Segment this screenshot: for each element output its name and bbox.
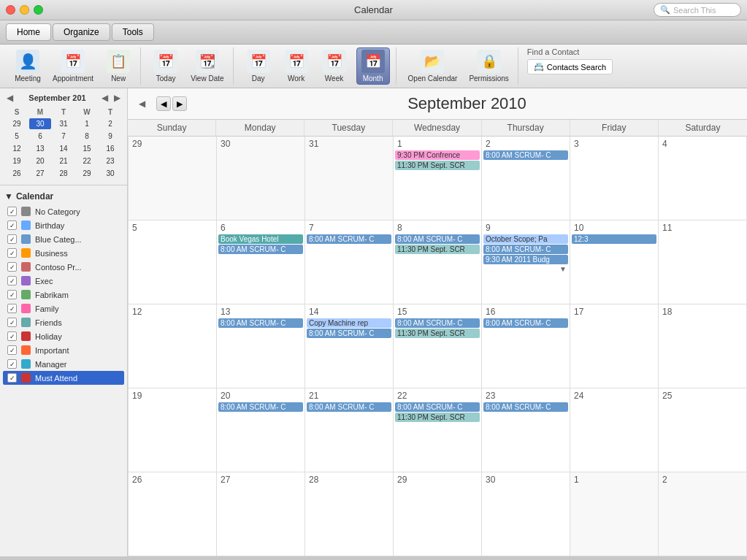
calendar-checkbox-must-attend[interactable]: ✓: [7, 373, 17, 383]
search-box[interactable]: 🔍 Search This: [654, 3, 741, 17]
week-view-button[interactable]: 📅 Week: [318, 48, 350, 84]
cal-event[interactable]: October Scope; Pa: [483, 234, 568, 244]
calendar-item-exec[interactable]: ✓Exec: [3, 274, 124, 288]
cal-event[interactable]: 12:3: [572, 234, 656, 244]
calendar-item-contoso-pr[interactable]: ✓Contoso Pr...: [3, 260, 124, 274]
cal-event[interactable]: 8:00 AM SCRUM- C: [218, 245, 303, 254]
cal-cell[interactable]: 17: [570, 304, 659, 388]
cal-cell[interactable]: 1012:3: [570, 220, 659, 304]
cal-event[interactable]: Book Vegas Hotel: [218, 234, 303, 244]
calendar-checkbox-fabrikam[interactable]: ✓: [7, 290, 17, 299]
calendar-checkbox-friends[interactable]: ✓: [7, 318, 17, 327]
calendar-checkbox-contoso-pr[interactable]: ✓: [7, 262, 17, 272]
cal-cell[interactable]: 3: [570, 137, 659, 220]
permissions-button[interactable]: 🔒 Permissions: [466, 48, 511, 84]
open-calendar-button[interactable]: 📂 Open Calendar: [405, 48, 461, 84]
day-view-button[interactable]: 📅 Day: [242, 48, 275, 84]
cal-event[interactable]: 8:00 AM SCRUM- C: [395, 234, 480, 244]
mini-cal-day[interactable]: 20: [29, 156, 51, 166]
cal-cell[interactable]: 14Copy Machine rep8:00 AM SCRUM- C: [305, 304, 394, 388]
more-events-indicator[interactable]: ▼: [483, 265, 568, 273]
mini-cal-day[interactable]: 31: [53, 118, 74, 129]
cal-cell[interactable]: 19:30 PM Confrence11:30 PM Sept. SCR: [394, 137, 482, 220]
appointment-button[interactable]: 📅 Appointment: [50, 48, 96, 84]
mini-prev2-button[interactable]: ◀: [99, 93, 110, 103]
cal-cell[interactable]: 31: [305, 137, 394, 220]
cal-event[interactable]: 8:00 AM SCRUM- C: [483, 150, 568, 160]
cal-event[interactable]: 8:00 AM SCRUM- C: [307, 329, 391, 338]
calendar-item-family[interactable]: ✓Family: [3, 302, 124, 315]
close-button[interactable]: [6, 5, 15, 15]
calendar-checkbox-important[interactable]: ✓: [7, 345, 17, 355]
calendar-item-business[interactable]: ✓Business: [3, 246, 124, 260]
cal-cell[interactable]: 88:00 AM SCRUM- C11:30 PM Sept. SCR: [394, 220, 482, 304]
cal-event[interactable]: 11:30 PM Sept. SCR: [395, 329, 480, 338]
mini-cal-day[interactable]: 15: [76, 143, 98, 154]
cal-cell[interactable]: 78:00 AM SCRUM- C: [305, 220, 394, 304]
cal-cell[interactable]: 2: [659, 472, 747, 556]
cal-cell[interactable]: 9October Scope; Pa8:00 AM SCRUM- C9:30 A…: [482, 220, 570, 304]
calendar-item-no-category[interactable]: ✓No Category: [3, 204, 124, 218]
cal-event[interactable]: 8:00 AM SCRUM- C: [307, 402, 391, 412]
new-button[interactable]: 📋 New: [102, 48, 134, 84]
cal-cell[interactable]: 27: [217, 472, 305, 556]
cal-cell[interactable]: 6Book Vegas Hotel8:00 AM SCRUM- C: [217, 220, 305, 304]
cal-cell[interactable]: 30: [217, 137, 305, 220]
cal-cell[interactable]: 19: [129, 388, 217, 472]
cal-event[interactable]: 8:00 AM SCRUM- C: [483, 402, 568, 412]
mini-cal-day[interactable]: 6: [29, 131, 51, 142]
calendar-checkbox-blue-category[interactable]: ✓: [7, 234, 17, 244]
mini-cal-day[interactable]: 7: [53, 131, 74, 142]
calendar-item-blue-category[interactable]: ✓Blue Categ...: [3, 232, 124, 246]
mini-cal-day[interactable]: 14: [53, 143, 74, 154]
mini-cal-day[interactable]: 19: [6, 156, 28, 166]
calendar-item-fabrikam[interactable]: ✓Fabrikam: [3, 288, 124, 302]
cal-cell[interactable]: 29: [394, 472, 482, 556]
calendar-item-birthday[interactable]: ✓Birthday: [3, 218, 124, 232]
cal-event[interactable]: 11:30 PM Sept. SCR: [395, 245, 480, 254]
mini-cal-day[interactable]: 9: [99, 131, 121, 142]
calendar-item-important[interactable]: ✓Important: [3, 343, 124, 357]
cal-cell[interactable]: 11: [659, 220, 747, 304]
mini-cal-day[interactable]: 12: [6, 143, 28, 154]
cal-cell[interactable]: 30: [482, 472, 570, 556]
cal-event[interactable]: Copy Machine rep: [307, 318, 391, 328]
mini-cal-day[interactable]: 26: [6, 168, 28, 179]
cal-event[interactable]: 8:00 AM SCRUM- C: [218, 402, 303, 412]
mini-cal-day[interactable]: 22: [76, 156, 98, 166]
cal-cell[interactable]: 238:00 AM SCRUM- C: [482, 388, 570, 472]
cal-cell[interactable]: 12: [129, 304, 217, 388]
cal-event[interactable]: 8:00 AM SCRUM- C: [483, 245, 568, 254]
calendar-checkbox-birthday[interactable]: ✓: [7, 220, 17, 230]
calendar-item-manager[interactable]: ✓Manager: [3, 357, 124, 371]
tab-home[interactable]: Home: [6, 23, 51, 41]
cal-prev-button[interactable]: ◀: [137, 99, 148, 109]
contacts-search-button[interactable]: 📇 Contacts Search: [527, 59, 613, 74]
calendar-list-header[interactable]: ▼ Calendar: [3, 188, 124, 204]
cal-cell[interactable]: 158:00 AM SCRUM- C11:30 PM Sept. SCR: [394, 304, 482, 388]
calendar-checkbox-exec[interactable]: ✓: [7, 276, 17, 285]
tab-tools[interactable]: Tools: [112, 23, 154, 41]
mini-cal-day[interactable]: 27: [29, 168, 51, 179]
cal-cell[interactable]: 228:00 AM SCRUM- C11:30 PM Sept. SCR: [394, 388, 482, 472]
mini-cal-day[interactable]: 30: [29, 118, 51, 129]
cal-cell[interactable]: 5: [129, 220, 217, 304]
view-date-button[interactable]: 📆 View Date: [188, 48, 226, 84]
mini-cal-day[interactable]: 29: [6, 118, 28, 129]
cal-event[interactable]: 8:00 AM SCRUM- C: [395, 318, 480, 328]
mini-cal-day[interactable]: 1: [76, 118, 98, 129]
cal-event[interactable]: 8:00 AM SCRUM- C: [307, 234, 391, 244]
mini-cal-day[interactable]: 16: [99, 143, 121, 154]
cal-cell[interactable]: 28:00 AM SCRUM- C: [482, 137, 570, 220]
cal-cell[interactable]: 138:00 AM SCRUM- C: [217, 304, 305, 388]
cal-cell[interactable]: 1: [570, 472, 659, 556]
calendar-checkbox-manager[interactable]: ✓: [7, 359, 17, 369]
cal-event[interactable]: 8:00 AM SCRUM- C: [218, 318, 303, 328]
cal-event[interactable]: 11:30 PM Sept. SCR: [395, 413, 480, 422]
tab-organize[interactable]: Organize: [53, 23, 110, 41]
cal-cell[interactable]: 18: [659, 304, 747, 388]
calendar-item-friends[interactable]: ✓Friends: [3, 315, 124, 329]
cal-cell[interactable]: 25: [659, 388, 747, 472]
mini-cal-day[interactable]: 5: [6, 131, 28, 142]
cal-cell[interactable]: 168:00 AM SCRUM- C: [482, 304, 570, 388]
